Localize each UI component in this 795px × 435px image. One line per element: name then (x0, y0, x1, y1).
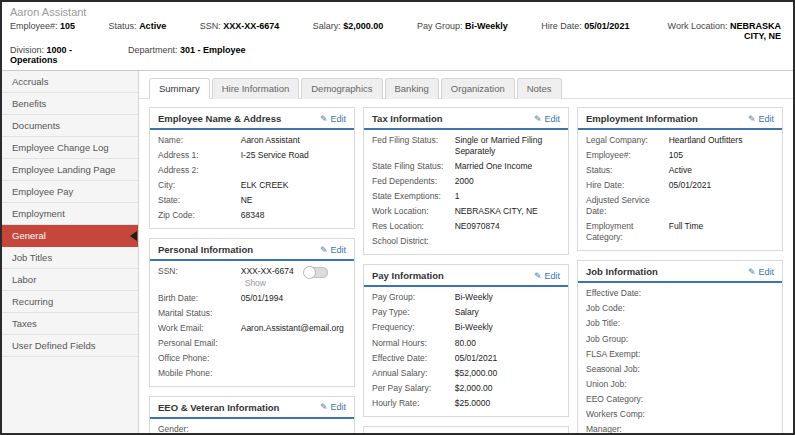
sidebar-item-accruals[interactable]: Accruals (2, 71, 138, 93)
field-row-address-1: Address 1:I-25 Service Road (158, 148, 346, 163)
tab-notes[interactable]: Notes (517, 78, 562, 99)
field-label: Address 1: (158, 150, 241, 161)
card-header-job-information: Job Information✎Edit (578, 261, 782, 283)
edit-button-tax-information[interactable]: ✎Edit (534, 114, 560, 124)
sidebar-item-labor[interactable]: Labor (2, 269, 138, 291)
sidebar-item-job-titles[interactable]: Job Titles (2, 247, 138, 269)
header-field-hire-date-value: 05/01/2021 (584, 21, 629, 31)
sidebar-item-recurring[interactable]: Recurring (2, 291, 138, 313)
header-summary-row-2: Division: 1000 - OperationsDepartment: 3… (10, 45, 781, 65)
field-row-pay-type: Pay Type:Salary (372, 305, 560, 320)
edit-button-employee-name-address[interactable]: ✎Edit (320, 114, 346, 124)
field-value: 05/01/2021 (455, 353, 560, 364)
field-row-per-pay-salary: Per Pay Salary:$2,000.00 (372, 381, 560, 396)
field-value: 105 (669, 150, 774, 161)
field-value (241, 353, 346, 364)
field-label: Legal Company: (586, 135, 669, 146)
header-field-department-value: 301 - Employee (180, 45, 246, 55)
field-row-normal-hours: Normal Hours:80.00 (372, 336, 560, 351)
field-value: 1 (455, 191, 560, 202)
field-label: Fed Dependents: (372, 176, 455, 187)
field-value (669, 318, 774, 329)
tab-organization[interactable]: Organization (441, 78, 515, 99)
field-label: Effective Date: (372, 353, 455, 364)
field-label: Job Title: (586, 318, 669, 329)
sidebar-item-benefits[interactable]: Benefits (2, 93, 138, 115)
edit-label: Edit (544, 432, 560, 433)
field-value: $2,000.00 (455, 383, 560, 394)
field-label: Hourly Rate: (372, 398, 455, 409)
field-label: Pay Group: (372, 292, 455, 303)
sidebar-item-user-defined-fields[interactable]: User Defined Fields (2, 335, 138, 357)
header-field-pay-group: Pay Group: Bi-Weekly (417, 21, 508, 31)
employee-name: Aaron Assistant (10, 6, 781, 18)
edit-button-personal-information[interactable]: ✎Edit (320, 245, 346, 255)
header-summary-row-1: Employee#: 105Status: ActiveSSN: XXX-XX-… (10, 21, 781, 41)
ssn-show-toggle[interactable] (304, 267, 328, 278)
header-field-hire-date: Hire Date: 05/01/2021 (541, 21, 629, 31)
field-value (241, 424, 346, 433)
field-label: Name: (158, 135, 241, 146)
edit-label: Edit (758, 114, 774, 124)
edit-button-eeo-veteran-information[interactable]: ✎Edit (320, 402, 346, 412)
header-field-work-location-label: Work Location: (668, 21, 730, 31)
edit-button-job-information[interactable]: ✎Edit (748, 267, 774, 277)
field-value (669, 424, 774, 433)
field-row-work-email: Work Email:Aaron.Assistant@email.org (158, 321, 346, 336)
header-field-pay-group-value: Bi-Weekly (465, 21, 508, 31)
header-field-work-location-value: NEBRASKA CITY, NE (730, 21, 781, 41)
field-row-city: City:ELK CREEK (158, 178, 346, 193)
sidebar-item-general[interactable]: General (2, 225, 138, 247)
tab-summary[interactable]: Summary (149, 78, 210, 99)
field-row-job-code: Job Code: (586, 301, 774, 316)
field-row-legal-company: Legal Company:Heartland Outfitters (586, 133, 774, 148)
edit-button-organization-fields[interactable]: ✎Edit (534, 432, 560, 433)
field-label: Job Code: (586, 303, 669, 314)
card-title: Employee Name & Address (158, 113, 281, 124)
field-row-flsa-exempt: FLSA Exempt: (586, 347, 774, 362)
field-row-name: Name:Aaron Assistant (158, 133, 346, 148)
tab-demographics[interactable]: Demographics (301, 78, 382, 99)
card-tax-information: Tax Information✎EditFed Filing Status:Si… (363, 107, 569, 255)
sidebar-item-documents[interactable]: Documents (2, 115, 138, 137)
field-label: State Filing Status: (372, 161, 455, 172)
field-value: NEBRASKA CITY, NE (455, 206, 560, 217)
field-row-pay-group: Pay Group:Bi-Weekly (372, 290, 560, 305)
edit-button-pay-information[interactable]: ✎Edit (534, 271, 560, 281)
sidebar-item-employee-pay[interactable]: Employee Pay (2, 181, 138, 203)
edit-button-employment-information[interactable]: ✎Edit (748, 114, 774, 124)
field-value (241, 338, 346, 349)
sidebar-item-employment[interactable]: Employment (2, 203, 138, 225)
field-label: City: (158, 180, 241, 191)
edit-pencil-icon: ✎ (534, 432, 542, 433)
field-row-state: State:NE (158, 193, 346, 208)
sidebar-item-employee-change-log[interactable]: Employee Change Log (2, 137, 138, 159)
field-label: SSN: (158, 266, 241, 288)
tab-hire-information[interactable]: Hire Information (212, 78, 300, 99)
selected-item-arrow-icon (130, 231, 137, 241)
header-field-employee: Employee#: 105 (10, 21, 75, 31)
header-field-salary-label: Salary: (313, 21, 344, 31)
card-personal-information: Personal Information✎EditSSN:XXX-XX-6674… (149, 238, 355, 387)
field-value (241, 165, 346, 176)
tab-bar: SummaryHire InformationDemographicsBanki… (139, 71, 793, 99)
card-pay-information: Pay Information✎EditPay Group:Bi-WeeklyP… (363, 264, 569, 416)
header-field-department: Department: 301 - Employee (128, 45, 246, 65)
field-value: Full Time (669, 221, 774, 243)
sidebar-item-taxes[interactable]: Taxes (2, 313, 138, 335)
sidebar-item-employee-landing-page[interactable]: Employee Landing Page (2, 159, 138, 181)
field-value: $52,000.00 (455, 368, 560, 379)
card-title: Organization Fields (372, 432, 460, 433)
field-label: FLSA Exempt: (586, 349, 669, 360)
header-field-status-label: Status: (109, 21, 140, 31)
tab-banking[interactable]: Banking (385, 78, 439, 99)
card-title: Tax Information (372, 113, 443, 124)
field-value: $25.0000 (455, 398, 560, 409)
field-label: Manager: (586, 424, 669, 433)
field-value: Married One Income (455, 161, 560, 172)
field-label: Effective Date: (586, 288, 669, 299)
field-label: Pay Type: (372, 307, 455, 318)
field-value: Bi-Weekly (455, 322, 560, 333)
field-label: Frequency: (372, 322, 455, 333)
field-row-zip-code: Zip Code:68348 (158, 208, 346, 223)
